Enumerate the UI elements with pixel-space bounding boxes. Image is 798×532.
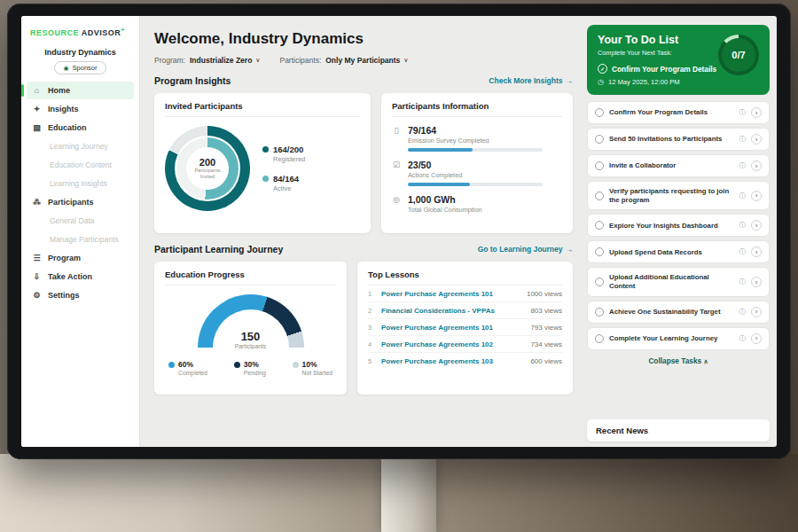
chevron-right-icon[interactable]: › bbox=[751, 277, 762, 287]
lesson-views: 803 views bbox=[530, 307, 562, 315]
lesson-rank: 3 bbox=[368, 324, 375, 332]
chevron-right-icon[interactable]: › bbox=[751, 220, 762, 231]
lesson-row: 4 Power Purchase Agreements 102 734 view… bbox=[368, 336, 562, 353]
stat-actions-completed: ☑ 23/50 Actions Completed bbox=[392, 160, 562, 186]
legend-item: 60% Completed bbox=[168, 360, 207, 376]
task-item-confirm-program[interactable]: Confirm Your Program Details ⓘ › bbox=[587, 101, 770, 124]
sidebar-item-participants[interactable]: ⁂ Participants bbox=[27, 193, 134, 211]
check-icon: ✓ bbox=[598, 64, 607, 74]
task-list: Confirm Your Program Details ⓘ › Send 50… bbox=[587, 101, 770, 350]
sidebar-item-education[interactable]: ▤ Education bbox=[27, 119, 134, 137]
task-item-send-invitations[interactable]: Send 50 Invitations to Participants ⓘ › bbox=[587, 128, 770, 151]
card-title: Participants Information bbox=[392, 101, 562, 117]
task-label: Upload Additional Educational Content bbox=[609, 273, 734, 290]
sidebar-item-learning-insights[interactable]: Learning Insights bbox=[27, 175, 134, 192]
task-checkbox[interactable] bbox=[595, 135, 604, 144]
clock-icon: ◷ bbox=[598, 78, 604, 86]
participants-select-value: Only My Participants bbox=[325, 56, 400, 65]
chevron-down-icon: ∨ bbox=[255, 57, 260, 64]
legend-label: Not Started bbox=[302, 370, 332, 376]
nav-label: Participants bbox=[48, 198, 94, 207]
program-select-value: Industrialize Zero bbox=[190, 56, 252, 65]
chevron-right-icon[interactable]: › bbox=[751, 107, 762, 118]
task-label: Confirm Your Program Details bbox=[609, 108, 734, 117]
donut-center-label: Participants Invited bbox=[189, 168, 226, 179]
task-checkbox[interactable] bbox=[595, 247, 604, 256]
task-item-upload-educational-content[interactable]: Upload Additional Educational Content ⓘ … bbox=[587, 267, 770, 296]
chevron-right-icon[interactable]: › bbox=[751, 333, 762, 344]
sidebar-item-home[interactable]: ⌂ Home bbox=[27, 82, 134, 99]
sidebar-item-settings[interactable]: ⚙ Settings bbox=[27, 286, 134, 304]
education-progress-card: Education Progress 150 Participants bbox=[154, 262, 347, 395]
sidebar-item-take-action[interactable]: ⇩ Take Action bbox=[27, 268, 134, 286]
lesson-link[interactable]: Power Purchase Agreements 101 bbox=[381, 324, 524, 332]
legend-label: Completed bbox=[178, 370, 207, 376]
education-icon: ▤ bbox=[32, 123, 42, 132]
donut-legend: 164/200 Registered 84/164 Active bbox=[262, 145, 305, 192]
lesson-link[interactable]: Power Purchase Agreements 102 bbox=[381, 340, 524, 348]
recent-news-header[interactable]: Recent News bbox=[587, 419, 770, 442]
chevron-right-icon[interactable]: › bbox=[751, 307, 762, 317]
sidebar-item-program[interactable]: ☰ Program bbox=[27, 249, 134, 267]
task-checkbox[interactable] bbox=[595, 161, 604, 170]
lesson-link[interactable]: Power Purchase Agreements 103 bbox=[381, 357, 524, 365]
participants-select[interactable]: Only My Participants ∨ bbox=[325, 56, 408, 65]
todo-summary-card: Your To Do List Complete Your Next Task:… bbox=[587, 25, 770, 95]
todo-next-task-label: Confirm Your Program Details bbox=[612, 65, 716, 74]
task-item-complete-learning-journey[interactable]: Complete Your Learning Journey ⓘ › bbox=[587, 327, 770, 350]
lesson-views: 600 views bbox=[530, 357, 562, 365]
check-more-insights-link[interactable]: Check More Insights → bbox=[489, 76, 573, 85]
program-insights-header: Program Insights Check More Insights → bbox=[154, 75, 573, 86]
chevron-right-icon[interactable]: › bbox=[751, 191, 762, 201]
task-label: Send 50 Invitations to Participants bbox=[609, 135, 734, 144]
nav-label: Take Action bbox=[48, 272, 92, 281]
lesson-link[interactable]: Financial Considerations - VPPAs bbox=[381, 307, 524, 315]
task-label: Explore Your Insights Dashboard bbox=[609, 222, 734, 231]
task-checkbox[interactable] bbox=[595, 221, 604, 230]
task-item-explore-insights[interactable]: Explore Your Insights Dashboard ⓘ › bbox=[587, 214, 770, 237]
chevron-right-icon[interactable]: › bbox=[751, 160, 762, 171]
sidebar-item-education-content[interactable]: Education Content bbox=[27, 156, 134, 174]
task-checkbox[interactable] bbox=[595, 108, 604, 117]
sidebar-item-insights[interactable]: ✦ Insights bbox=[27, 100, 134, 118]
task-item-upload-spend-data[interactable]: Upload Spend Data Records ⓘ › bbox=[587, 240, 770, 263]
task-checkbox[interactable] bbox=[595, 334, 604, 343]
task-item-invite-collaborator[interactable]: Invite a Collaborator ⓘ › bbox=[587, 154, 770, 177]
info-icon: ⓘ bbox=[739, 221, 747, 230]
chevron-right-icon[interactable]: › bbox=[751, 134, 762, 145]
lesson-views: 1000 views bbox=[527, 290, 562, 298]
sidebar-item-learning-journey[interactable]: Learning Journey bbox=[27, 137, 134, 155]
arrow-right-icon: → bbox=[566, 76, 574, 85]
program-select[interactable]: Industrialize Zero ∨ bbox=[190, 56, 261, 65]
stat-label: Actions Completed bbox=[408, 171, 543, 179]
education-progress-gauge: 150 Participants bbox=[198, 294, 304, 349]
info-icon: ⓘ bbox=[739, 308, 747, 317]
chevron-right-icon[interactable]: › bbox=[751, 246, 762, 257]
todo-panel: Your To Do List Complete Your Next Task:… bbox=[587, 25, 770, 447]
task-checkbox[interactable] bbox=[595, 192, 604, 200]
collapse-tasks-link[interactable]: Collapse Tasks ∧ bbox=[587, 356, 770, 365]
info-icon: ⓘ bbox=[739, 192, 747, 200]
legend-dot-pending bbox=[234, 362, 240, 368]
info-icon: ⓘ bbox=[739, 108, 747, 117]
sidebar-item-general-data[interactable]: General Data bbox=[27, 212, 134, 230]
sidebar-item-manage-participants[interactable]: Manage Participants bbox=[27, 231, 134, 248]
task-checkbox[interactable] bbox=[595, 308, 604, 317]
task-item-achieve-target[interactable]: Achieve One Sustainability Target ⓘ › bbox=[587, 301, 770, 324]
program-filter-label: Program: bbox=[154, 56, 185, 65]
card-title: Top Lessons bbox=[368, 270, 562, 286]
sponsor-badge[interactable]: ◉ Sponsor bbox=[54, 61, 106, 74]
lesson-row: 1 Power Purchase Agreements 101 1000 vie… bbox=[368, 286, 562, 302]
sidebar-nav: ⌂ Home ✦ Insights ▤ Education Learning J… bbox=[21, 82, 139, 304]
lesson-link[interactable]: Power Purchase Agreements 101 bbox=[381, 290, 520, 298]
nav-label: Program bbox=[48, 254, 81, 262]
nav-label: Manage Participants bbox=[50, 235, 119, 244]
task-item-verify-participants[interactable]: Verify participants requesting to join t… bbox=[587, 181, 770, 210]
info-icon: ⓘ bbox=[739, 247, 747, 256]
brand-primary: RESOURCE bbox=[30, 28, 79, 37]
chevron-down-icon: ∨ bbox=[403, 57, 408, 64]
go-to-learning-journey-link[interactable]: Go to Learning Journey → bbox=[478, 245, 573, 254]
task-checkbox[interactable] bbox=[595, 278, 604, 286]
main-content: Welcome, Industry Dynamics Program: Indu… bbox=[140, 16, 587, 447]
stat-value: 23/50 bbox=[408, 160, 543, 170]
